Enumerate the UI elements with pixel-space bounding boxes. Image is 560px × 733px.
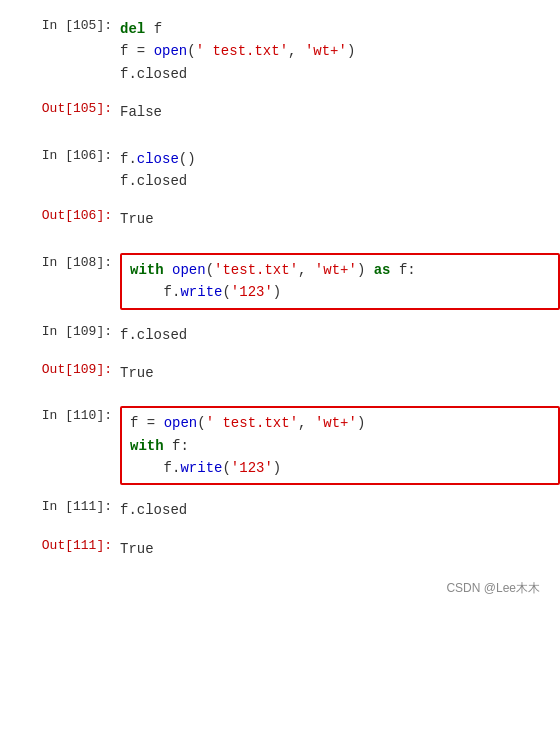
code-line: f.write('123') bbox=[130, 281, 550, 303]
code-line: f.closed bbox=[120, 170, 560, 192]
cell-label-in111: In [111]: bbox=[0, 497, 120, 518]
cell-label-out106: Out[106]: bbox=[0, 206, 120, 227]
cell-content-out111: True bbox=[120, 536, 560, 562]
code-line: f.close() bbox=[120, 148, 560, 170]
cell-label-in108: In [108]: bbox=[0, 253, 120, 274]
cell-content-in106[interactable]: f.close()f.closed bbox=[120, 146, 560, 195]
cell-label-out109: Out[109]: bbox=[0, 360, 120, 381]
out-value-out105: False bbox=[120, 104, 162, 120]
cell-content-in110[interactable]: f = open(' test.txt', 'wt+')with f: f.wr… bbox=[120, 406, 560, 485]
cell-label-in105: In [105]: bbox=[0, 16, 120, 37]
cell-content-in108[interactable]: with open('test.txt', 'wt+') as f: f.wri… bbox=[120, 253, 560, 310]
cell-content-in105[interactable]: del ff = open(' test.txt', 'wt+')f.close… bbox=[120, 16, 560, 87]
cell-row-out105: Out[105]:False bbox=[0, 93, 560, 131]
cell-content-out106: True bbox=[120, 206, 560, 232]
code-line: with f: bbox=[130, 435, 550, 457]
code-line: f = open(' test.txt', 'wt+') bbox=[120, 40, 560, 62]
out-value-out111: True bbox=[120, 541, 154, 557]
cell-content-out105: False bbox=[120, 99, 560, 125]
code-line: f.closed bbox=[120, 324, 560, 346]
cell-row-in109: In [109]:f.closed bbox=[0, 316, 560, 354]
notebook: In [105]:del ff = open(' test.txt', 'wt+… bbox=[0, 10, 560, 576]
cell-row-out111: Out[111]:True bbox=[0, 530, 560, 568]
cell-row-in105: In [105]:del ff = open(' test.txt', 'wt+… bbox=[0, 10, 560, 93]
cell-label-out105: Out[105]: bbox=[0, 99, 120, 120]
cell-label-in109: In [109]: bbox=[0, 322, 120, 343]
code-line: f.closed bbox=[120, 63, 560, 85]
cell-row-in106: In [106]:f.close()f.closed bbox=[0, 140, 560, 201]
code-line: f.write('123') bbox=[130, 457, 550, 479]
cell-row-in108: In [108]:with open('test.txt', 'wt+') as… bbox=[0, 247, 560, 316]
cell-content-in109[interactable]: f.closed bbox=[120, 322, 560, 348]
watermark: CSDN @Lee木木 bbox=[0, 576, 560, 597]
cell-label-in106: In [106]: bbox=[0, 146, 120, 167]
cell-row-in110: In [110]:f = open(' test.txt', 'wt+')wit… bbox=[0, 400, 560, 491]
out-value-out109: True bbox=[120, 365, 154, 381]
cell-label-out111: Out[111]: bbox=[0, 536, 120, 557]
cell-label-in110: In [110]: bbox=[0, 406, 120, 427]
cell-content-in111[interactable]: f.closed bbox=[120, 497, 560, 523]
cell-row-out106: Out[106]:True bbox=[0, 200, 560, 238]
cell-row-out109: Out[109]:True bbox=[0, 354, 560, 392]
cell-row-in111: In [111]:f.closed bbox=[0, 491, 560, 529]
code-line: del f bbox=[120, 18, 560, 40]
code-line: with open('test.txt', 'wt+') as f: bbox=[130, 259, 550, 281]
code-line: f.closed bbox=[120, 499, 560, 521]
cell-content-out109: True bbox=[120, 360, 560, 386]
out-value-out106: True bbox=[120, 211, 154, 227]
code-line: f = open(' test.txt', 'wt+') bbox=[130, 412, 550, 434]
